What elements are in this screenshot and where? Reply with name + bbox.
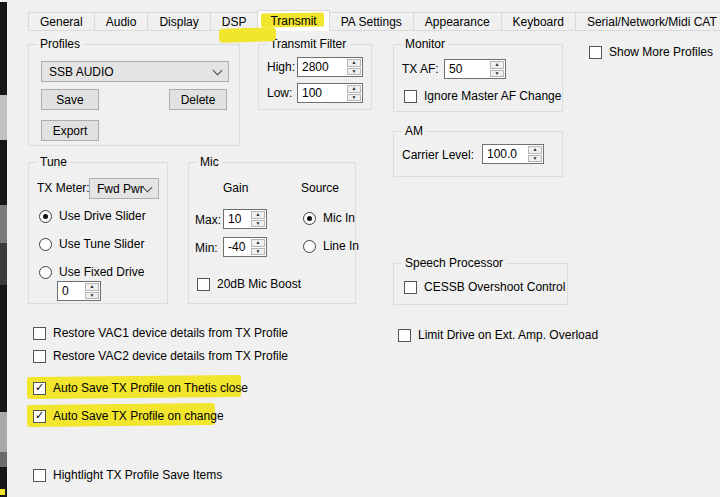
fixed-drive-value[interactable]: 0 — [58, 282, 84, 300]
auto-save-close-checkbox-row[interactable]: ✓ Auto Save TX Profile on Thetis close — [33, 381, 248, 395]
save-button[interactable]: Save — [41, 89, 99, 110]
tx-filter-high-value[interactable]: 2800 — [298, 58, 346, 76]
spinner-down-icon[interactable]: ▼ — [251, 220, 265, 228]
am-group: AM Carrier Level: 100.0 ▲▼ — [393, 131, 563, 177]
checkbox-label: Restore VAC1 device details from TX Prof… — [53, 326, 288, 340]
stepper-buttons: ▲▼ — [250, 238, 266, 256]
max-label: Max: — [195, 213, 221, 227]
use-drive-slider-radio — [39, 210, 52, 223]
highlight-save-items-checkbox-row[interactable]: Hightlight TX Profile Save Items — [33, 468, 222, 482]
profile-select[interactable]: SSB AUDIO — [41, 61, 229, 82]
tx-meter-select[interactable]: Fwd Pwr — [89, 178, 159, 199]
spinner-up-icon[interactable]: ▲ — [85, 283, 99, 291]
delete-button[interactable]: Delete — [169, 89, 227, 110]
spinner-up-icon[interactable]: ▲ — [347, 85, 361, 93]
spinner-up-icon[interactable]: ▲ — [251, 211, 265, 219]
tx-filter-low-value[interactable]: 100 — [298, 84, 346, 102]
spinner-up-icon[interactable]: ▲ — [251, 239, 265, 247]
spinner-down-icon[interactable]: ▼ — [347, 94, 361, 102]
checkmark-icon: ✓ — [35, 410, 44, 421]
checkbox-label: CESSB Overshoot Control — [424, 280, 565, 294]
use-tune-slider-radio-row[interactable]: Use Tune Slider — [39, 237, 144, 251]
checkbox-label: Show More Profiles — [609, 45, 713, 59]
chevron-down-icon — [143, 182, 153, 192]
button-label: Delete — [181, 93, 216, 107]
profiles-group: Profiles SSB AUDIO Save Delete Export — [28, 44, 240, 146]
tx-meter-value: Fwd Pwr — [97, 182, 144, 196]
min-label: Min: — [195, 241, 218, 255]
tab-keyboard[interactable]: Keyboard — [501, 12, 576, 31]
radio-label: Use Drive Slider — [59, 209, 146, 223]
settings-dialog: { "colors": { "highlight_yellow": "#f2e5… — [0, 0, 720, 497]
radio-label: Mic In — [323, 211, 355, 225]
mic-group: Mic Gain Source Max: 10 ▲▼ Min: -40 ▲▼ M… — [188, 162, 356, 304]
tx-af-value[interactable]: 50 — [445, 60, 489, 78]
button-label: Export — [53, 124, 88, 138]
spinner-down-icon[interactable]: ▼ — [347, 68, 361, 76]
source-header: Source — [301, 181, 339, 195]
radio-label: Use Tune Slider — [59, 237, 144, 251]
tx-meter-label: TX Meter: — [37, 181, 90, 195]
tab-serial-network-midi-cat[interactable]: Serial/Network/Midi CAT — [575, 12, 720, 31]
carrier-level-stepper[interactable]: 100.0 ▲▼ — [482, 144, 544, 164]
tab-pa-settings[interactable]: PA Settings — [329, 12, 414, 31]
cessb-overshoot-checkbox-row[interactable]: CESSB Overshoot Control — [404, 280, 565, 294]
ignore-master-af-checkbox — [404, 90, 417, 103]
fixed-drive-stepper[interactable]: 0 ▲▼ — [57, 281, 101, 301]
tab-label: General — [40, 15, 83, 29]
group-title: Mic — [197, 155, 222, 170]
radio-label: Line In — [323, 239, 359, 253]
tab-label: DSP — [222, 15, 247, 29]
mic-gain-min-stepper[interactable]: -40 ▲▼ — [223, 237, 267, 257]
checkbox-label: 20dB Mic Boost — [217, 277, 301, 291]
window-edge-artifact — [0, 2, 7, 497]
spinner-down-icon[interactable]: ▼ — [490, 70, 504, 78]
stepper-buttons: ▲▼ — [489, 60, 505, 78]
tab-label: PA Settings — [341, 15, 402, 29]
mic-gain-max-stepper[interactable]: 10 ▲▼ — [223, 209, 267, 229]
stepper-buttons: ▲▼ — [346, 84, 362, 102]
use-fixed-drive-radio-row[interactable]: Use Fixed Drive — [39, 265, 144, 279]
mic-in-radio-row[interactable]: Mic In — [303, 211, 355, 225]
gain-header: Gain — [223, 181, 248, 195]
export-button[interactable]: Export — [41, 120, 99, 141]
spinner-up-icon[interactable]: ▲ — [490, 61, 504, 69]
group-title: Profiles — [37, 37, 83, 52]
use-drive-slider-radio-row[interactable]: Use Drive Slider — [39, 209, 146, 223]
transmit-filter-group: Transmit Filter High: 2800 ▲▼ Low: 100 ▲… — [258, 44, 372, 110]
tab-appearance[interactable]: Appearance — [413, 12, 502, 31]
spinner-up-icon[interactable]: ▲ — [347, 59, 361, 67]
limit-drive-checkbox-row[interactable]: Limit Drive on Ext. Amp. Overload — [398, 328, 598, 342]
spinner-down-icon[interactable]: ▼ — [251, 248, 265, 256]
tab-label: Transmit — [270, 14, 316, 28]
spinner-down-icon[interactable]: ▼ — [85, 292, 99, 300]
line-in-radio-row[interactable]: Line In — [303, 239, 359, 253]
use-fixed-drive-radio — [39, 266, 52, 279]
chevron-down-icon — [213, 65, 223, 75]
use-tune-slider-radio — [39, 238, 52, 251]
tab-label: Serial/Network/Midi CAT — [587, 15, 717, 29]
mic-gain-min-value[interactable]: -40 — [224, 238, 250, 256]
auto-save-change-checkbox-row[interactable]: ✓ Auto Save TX Profile on change — [33, 409, 224, 423]
stepper-buttons: ▲▼ — [346, 58, 362, 76]
tx-filter-low-stepper[interactable]: 100 ▲▼ — [297, 83, 363, 103]
tab-display[interactable]: Display — [147, 12, 210, 31]
spinner-up-icon[interactable]: ▲ — [528, 146, 542, 154]
mic-boost-checkbox-row[interactable]: 20dB Mic Boost — [197, 277, 301, 291]
carrier-level-value[interactable]: 100.0 — [483, 145, 527, 163]
tx-filter-high-stepper[interactable]: 2800 ▲▼ — [297, 57, 363, 77]
ignore-master-af-checkbox-row[interactable]: Ignore Master AF Change — [404, 89, 561, 103]
auto-save-close-checkbox: ✓ — [33, 382, 46, 395]
spinner-down-icon[interactable]: ▼ — [528, 155, 542, 163]
mic-gain-max-value[interactable]: 10 — [224, 210, 250, 228]
show-more-profiles-checkbox-row[interactable]: Show More Profiles — [589, 45, 713, 59]
restore-vac2-checkbox-row[interactable]: Restore VAC2 device details from TX Prof… — [33, 349, 288, 363]
checkbox-label: Auto Save TX Profile on change — [53, 409, 224, 423]
tab-audio[interactable]: Audio — [94, 12, 149, 31]
restore-vac1-checkbox-row[interactable]: Restore VAC1 device details from TX Prof… — [33, 326, 288, 340]
group-title: Monitor — [402, 37, 448, 52]
highlight-save-items-checkbox — [33, 469, 46, 482]
tx-af-stepper[interactable]: 50 ▲▼ — [444, 59, 506, 79]
auto-save-change-checkbox: ✓ — [33, 410, 46, 423]
tab-general[interactable]: General — [28, 12, 95, 31]
